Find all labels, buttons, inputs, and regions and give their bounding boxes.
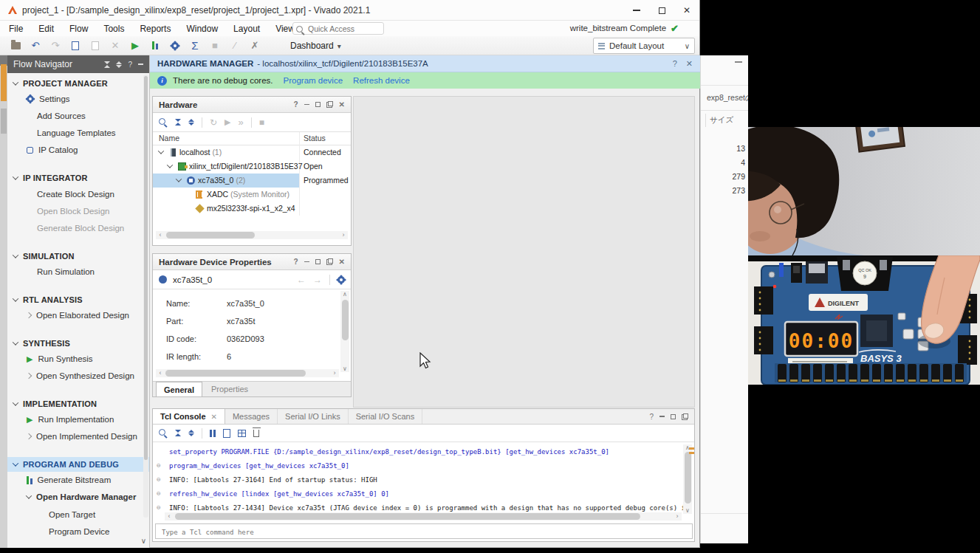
tree-row-xadc[interactable]: XADC (System Monitor) — [153, 188, 351, 202]
menu-layout[interactable]: Layout — [233, 24, 260, 34]
nav-item-generate-block-design[interactable]: Generate Block Design — [37, 221, 124, 236]
nav-item-open-target[interactable]: Open Target — [49, 507, 95, 522]
float-icon[interactable] — [326, 258, 333, 265]
minimize-icon[interactable] — [735, 61, 742, 63]
collapse-minus-icon[interactable]: ⊖ — [157, 504, 160, 511]
tab-properties[interactable]: Properties — [204, 382, 256, 396]
section-ip-integrator[interactable]: IP INTEGRATOR — [13, 171, 88, 185]
scroll-down-icon[interactable]: ∨ — [683, 507, 692, 514]
collapse-minus-icon[interactable]: ⊖ — [157, 461, 160, 469]
quick-access-box[interactable] — [292, 22, 384, 35]
delete-button[interactable]: ✕ — [109, 39, 122, 52]
scroll-left-icon[interactable]: ‹ — [156, 231, 165, 239]
minimize-icon[interactable] — [659, 416, 665, 417]
tab-messages[interactable]: Messages — [225, 409, 278, 424]
section-synthesis[interactable]: SYNTHESIS — [13, 336, 70, 351]
console-output[interactable]: set_property PROGRAM.FILE {D:/sample_des… — [153, 444, 683, 514]
scroll-down-icon[interactable]: ∨ — [340, 365, 349, 372]
console-hscrollbar[interactable]: ‹ › — [165, 512, 682, 521]
redo-button[interactable]: ↷ — [49, 39, 62, 52]
section-implementation[interactable]: IMPLEMENTATION — [13, 396, 97, 411]
properties-vscrollbar[interactable]: ∧ ∨ — [340, 291, 349, 372]
nav-item-open-block-design[interactable]: Open Block Design — [37, 204, 109, 219]
search-icon[interactable] — [159, 429, 168, 438]
menu-tools[interactable]: Tools — [103, 24, 124, 34]
run-button[interactable]: ▶ — [129, 39, 142, 52]
tab-serial-io-links[interactable]: Serial I/O Links — [278, 409, 349, 424]
help-icon[interactable]: ? — [649, 413, 654, 421]
refresh-device-link[interactable]: Refresh device — [353, 76, 410, 85]
refresh-icon[interactable]: ↻ — [210, 117, 217, 128]
pause-icon[interactable] — [210, 430, 216, 437]
menu-reports[interactable]: Reports — [140, 24, 171, 34]
stop-icon[interactable]: ■ — [259, 117, 264, 128]
scroll-up-icon[interactable]: ∧ — [340, 291, 349, 298]
menu-flow[interactable]: Flow — [69, 24, 88, 34]
nav-item-open-hardware-manager[interactable]: Open Hardware Manager — [27, 490, 136, 504]
tab-serial-io-scans[interactable]: Serial I/O Scans — [349, 409, 422, 424]
disabled-edit-button[interactable]: ⁄ — [228, 39, 241, 52]
scroll-right-icon[interactable]: › — [673, 512, 682, 521]
quick-access-input[interactable] — [306, 23, 380, 34]
nav-item-open-implemented-design[interactable]: Open Implemented Design — [27, 429, 137, 444]
tree-row-device[interactable]: xc7a35t_0 (2) Programmed — [153, 174, 351, 188]
dashboard-dropdown[interactable]: Dashboard ▾ — [290, 36, 341, 55]
help-icon[interactable]: ? — [294, 100, 298, 109]
hardware-hscrollbar[interactable]: ‹ › — [156, 231, 348, 239]
column-status[interactable]: Status — [304, 134, 326, 142]
nav-item-open-synthesized-design[interactable]: Open Synthesized Design — [27, 368, 134, 383]
scroll-right-icon[interactable]: › — [339, 231, 348, 239]
minimize-button[interactable] — [624, 0, 649, 21]
nav-item-run-implementation[interactable]: ▶Run Implementation — [27, 412, 114, 427]
expand-all-icon[interactable] — [116, 61, 122, 68]
menu-window[interactable]: Window — [186, 24, 218, 34]
nav-item-open-elaborated-design[interactable]: Open Elaborated Design — [27, 308, 129, 323]
collapse-minus-icon[interactable]: ⊖ — [157, 475, 160, 483]
minimize-icon[interactable] — [304, 261, 309, 263]
help-icon[interactable]: ? — [128, 61, 132, 69]
nav-item-language-templates[interactable]: Language Templates — [37, 126, 116, 140]
layout-selector[interactable]: Default Layout ∨ — [593, 38, 695, 54]
help-icon[interactable]: ? — [673, 59, 677, 69]
menu-edit[interactable]: Edit — [38, 24, 54, 34]
nav-item-run-synthesis[interactable]: ▶Run Synthesis — [27, 351, 93, 366]
gear-icon[interactable] — [337, 276, 345, 284]
close-icon[interactable]: ✕ — [339, 100, 345, 109]
float-icon[interactable] — [326, 101, 333, 108]
undo-button[interactable]: ↶ — [29, 39, 42, 52]
search-icon[interactable] — [159, 118, 168, 127]
section-rtl-analysis[interactable]: RTL ANALYSIS — [13, 292, 83, 307]
open-project-button[interactable] — [9, 39, 22, 52]
chevron-down-icon[interactable] — [167, 162, 173, 168]
scroll-left-icon[interactable]: ‹ — [165, 512, 174, 521]
settings-button[interactable] — [168, 39, 182, 52]
close-icon[interactable]: ✕ — [339, 258, 345, 266]
flownav-scrollbar[interactable] — [143, 75, 148, 518]
collapse-all-icon[interactable] — [175, 430, 181, 436]
dock-strip-marker[interactable] — [1, 64, 7, 101]
collapse-all-icon[interactable] — [104, 61, 110, 68]
close-icon[interactable]: ✕ — [686, 59, 693, 69]
tree-row-target[interactable]: xilinx_tcf/Digilent/210183B15E37 Open — [153, 159, 351, 174]
disabled-stop-button[interactable]: ■ — [208, 39, 222, 52]
minimize-icon[interactable] — [304, 104, 309, 106]
copy-button[interactable] — [89, 39, 102, 52]
expand-all-icon[interactable] — [188, 430, 194, 436]
console-vscrollbar[interactable]: ∧ ∨ — [683, 444, 692, 514]
section-project-manager[interactable]: PROJECT MANAGER — [13, 76, 108, 91]
help-icon[interactable]: ? — [294, 258, 298, 266]
nav-item-settings[interactable]: Settings — [27, 92, 70, 106]
trash-icon[interactable] — [253, 430, 259, 437]
maximize-icon[interactable] — [315, 102, 321, 107]
nav-item-create-block-design[interactable]: Create Block Design — [37, 187, 114, 202]
close-button[interactable]: ✕ — [674, 0, 699, 21]
tcl-command-input[interactable] — [156, 526, 692, 540]
tab-tcl-console[interactable]: Tcl Console ✕ — [153, 409, 225, 424]
nav-item-run-simulation[interactable]: Run Simulation — [37, 264, 95, 279]
disabled-cancel-button[interactable]: ✗ — [248, 39, 261, 52]
collapse-minus-icon[interactable]: ⊖ — [157, 490, 160, 497]
collapse-all-icon[interactable] — [175, 119, 181, 126]
properties-hscrollbar[interactable]: ‹ › — [156, 369, 339, 377]
float-icon[interactable] — [682, 413, 688, 420]
chevron-down-icon[interactable] — [158, 148, 164, 154]
